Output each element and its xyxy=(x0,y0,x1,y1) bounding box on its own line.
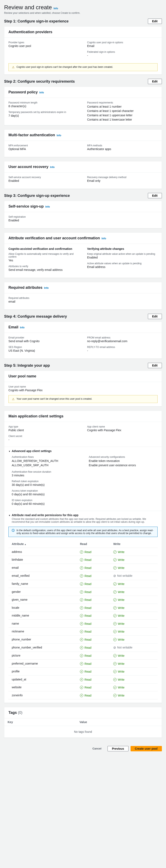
step3-title: Step 3: Configure sign-up experience xyxy=(4,193,70,198)
step2-title: Step 2: Configure security requirements xyxy=(4,80,75,84)
table-row: pictureReadWrite xyxy=(8,652,158,660)
table-row: email_verifiedReadNot writable xyxy=(8,571,158,580)
info-link[interactable]: Info xyxy=(54,7,58,10)
table-row: emailReadWrite xyxy=(8,564,158,572)
warning-icon xyxy=(11,397,15,401)
perm-info: In the default configuration, users of t… xyxy=(8,527,158,537)
edit-step1[interactable]: Edit xyxy=(148,19,162,24)
tags-empty: No tags found xyxy=(4,726,162,738)
create-button[interactable]: Create user pool xyxy=(131,746,162,751)
col-attribute[interactable]: Attribute xyxy=(8,540,77,548)
mfa-hdr: Multi-factor authenticationInfo xyxy=(4,130,162,141)
pwd-policy-hdr: Password policyInfo xyxy=(4,87,162,98)
col-write[interactable]: Write xyxy=(110,540,158,548)
signin-warning: Cognito user pool sign-in options can't … xyxy=(8,63,158,71)
table-row: preferred_usernameReadWrite xyxy=(8,660,158,668)
attr-verify-hdr: Attribute verification and user account … xyxy=(4,233,162,244)
recovery-hdr: User account recoveryInfo xyxy=(4,161,162,173)
step1-title: Step 1: Configure sign-in experience xyxy=(4,19,69,24)
email-hdr: EmailInfo xyxy=(4,322,162,333)
table-row: birthdateReadWrite xyxy=(8,556,158,564)
table-row: family_nameReadWrite xyxy=(8,580,158,588)
ss-signup-hdr: Self-service sign-upInfo xyxy=(4,201,162,212)
table-row: middle_nameReadWrite xyxy=(8,612,158,620)
edit-step3[interactable]: Edit xyxy=(148,193,162,198)
pool-name-hdr: User pool name xyxy=(4,371,162,382)
step5-title: Step 5: Integrate your app xyxy=(4,363,50,368)
table-row: updated_atReadWrite xyxy=(8,676,158,684)
tags-table: KeyValue xyxy=(4,718,162,726)
table-row: zoneinfoReadWrite xyxy=(8,691,158,700)
info-link[interactable]: Info xyxy=(45,205,50,208)
table-row: genderReadWrite xyxy=(8,588,158,596)
attributes-table: AttributeReadWrite addressReadWritebirth… xyxy=(8,540,158,700)
cancel-button[interactable]: Cancel xyxy=(88,746,106,751)
table-row: addressReadWrite xyxy=(8,548,158,556)
info-link[interactable]: Info xyxy=(57,134,61,137)
req-attr-hdr: Required attributesInfo xyxy=(4,282,162,293)
edit-step5[interactable]: Edit xyxy=(148,363,162,368)
table-row: given_nameReadWrite xyxy=(8,596,158,604)
caret-down-icon xyxy=(8,514,10,517)
table-row: nicknameReadWrite xyxy=(8,627,158,636)
page-desc: Review your selections and when satisfie… xyxy=(4,11,162,14)
table-row: websiteReadWrite xyxy=(8,683,158,691)
info-link[interactable]: Info xyxy=(50,166,55,168)
page-title: Review and createInfo xyxy=(4,4,162,11)
caret-down-icon xyxy=(8,450,10,453)
edit-step2[interactable]: Edit xyxy=(148,79,162,84)
info-icon xyxy=(11,529,15,532)
tags-hdr: Tags (0) xyxy=(4,707,162,718)
col-read[interactable]: Read xyxy=(77,540,110,548)
edit-step4[interactable]: Edit xyxy=(148,314,162,319)
table-row: phone_number_verifiedReadNot writable xyxy=(8,643,158,652)
auth-providers-hdr: Authentication providers xyxy=(4,27,162,38)
warning-icon xyxy=(11,66,15,69)
previous-button[interactable]: Previous xyxy=(107,746,128,751)
info-link[interactable]: Info xyxy=(20,326,25,329)
info-link[interactable]: Info xyxy=(39,91,44,94)
main-client-hdr: Main application client settings xyxy=(4,411,162,422)
table-row: nameReadWrite xyxy=(8,620,158,628)
perm-toggle[interactable]: Attribute read and write permissions for… xyxy=(8,514,158,517)
info-link[interactable]: Info xyxy=(44,286,48,289)
info-link[interactable]: Info xyxy=(102,237,106,240)
pool-name-warning: Your user pool name can't be changed onc… xyxy=(8,395,158,403)
table-row: localeReadWrite xyxy=(8,604,158,612)
step4-title: Step 4: Configure message delivery xyxy=(4,314,67,319)
table-row: phone_numberReadWrite xyxy=(8,636,158,644)
table-row: profileReadWrite xyxy=(8,668,158,676)
adv-client-toggle[interactable]: Advanced app client settings xyxy=(8,450,158,453)
